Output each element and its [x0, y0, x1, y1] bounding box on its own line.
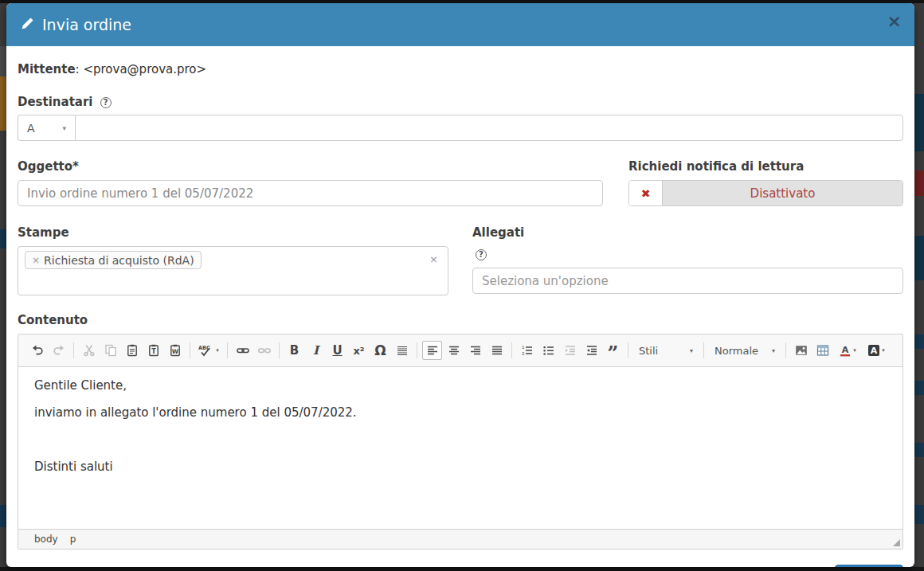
dimmed-fragment — [914, 334, 924, 349]
chevron-down-icon: ▾ — [62, 124, 66, 132]
send-button[interactable]: Invia — [835, 565, 903, 567]
bulleted-list-icon[interactable] — [538, 341, 558, 360]
chevron-down-icon: ▾ — [853, 347, 856, 354]
toolbar-separator — [227, 342, 228, 358]
underline-icon[interactable]: U — [327, 341, 347, 360]
align-right-icon[interactable] — [465, 341, 485, 360]
dimmed-fragment — [0, 46, 6, 76]
editor-content[interactable]: Gentile Cliente, inviamo in allegato l'o… — [18, 367, 902, 529]
format-dropdown[interactable]: Normale ▾ — [708, 341, 781, 360]
help-icon[interactable]: ? — [100, 97, 112, 108]
recipients-input-group: A ▾ — [18, 115, 903, 141]
chevron-down-icon: ▾ — [690, 347, 693, 354]
italic-icon[interactable]: I — [306, 341, 326, 360]
read-receipt-label: Richiedi notifica di lettura — [628, 159, 903, 174]
editor-path-bar: body p — [18, 529, 902, 549]
prints-attachments-row: Stampe × Richiesta di acquisto (RdA) × A… — [18, 225, 903, 295]
recipients-input[interactable] — [75, 115, 903, 141]
rich-text-editor: T W ABC ▾ B I U — [18, 334, 903, 549]
toolbar-separator — [628, 342, 628, 358]
modal-body: Mittente: <prova@prova.pro> Destinatari … — [6, 46, 914, 549]
paste-from-word-icon[interactable]: W — [165, 341, 185, 360]
modal-footer: Invia — [6, 549, 914, 567]
blockquote-icon[interactable]: ” — [603, 341, 623, 360]
editor-paragraph: Gentile Cliente, — [34, 378, 887, 393]
read-receipt-toggle[interactable]: ✖ Disattivato — [628, 180, 903, 206]
svg-text:2: 2 — [522, 351, 525, 356]
svg-text:A: A — [842, 345, 849, 355]
text-color-icon[interactable]: A ▾ — [834, 341, 861, 360]
ordered-list-icon[interactable]: 12 — [517, 341, 537, 360]
chevron-down-icon: ▾ — [772, 347, 775, 354]
modal-header: Invia ordine × — [6, 3, 914, 46]
paste-plain-text-icon[interactable]: T — [143, 341, 163, 360]
print-tag: × Richiesta di acquisto (RdA) — [25, 251, 202, 269]
editor-paragraph: Distinti saluti — [34, 460, 887, 475]
modal-title: Invia ordine — [21, 16, 131, 33]
toolbar-separator — [417, 342, 417, 358]
styles-dropdown[interactable]: Stili ▾ — [632, 341, 699, 360]
clear-selection-icon[interactable]: × — [429, 253, 438, 265]
align-left-icon[interactable] — [422, 341, 442, 360]
undo-icon[interactable] — [27, 341, 47, 360]
editor-paragraph: inviamo in allegato l'ordine numero 1 de… — [34, 405, 887, 420]
modal-title-text: Invia ordine — [42, 16, 131, 33]
sender-value: : <prova@prova.pro> — [76, 62, 206, 76]
special-character-icon[interactable]: Ω — [370, 341, 390, 360]
chevron-down-icon: ▾ — [216, 347, 219, 354]
dimmed-fragment — [0, 76, 6, 131]
tag-remove-icon[interactable]: × — [32, 255, 40, 266]
prints-multiselect[interactable]: × Richiesta di acquisto (RdA) × — [18, 246, 448, 295]
print-tag-label: Richiesta di acquisto (RdA) — [44, 254, 194, 267]
link-icon[interactable] — [233, 341, 253, 360]
spell-check-icon[interactable]: ABC ▾ — [195, 341, 222, 360]
insert-table-icon[interactable] — [812, 341, 832, 360]
dimmed-fragment — [0, 505, 6, 527]
attachments-select[interactable] — [472, 268, 903, 294]
toolbar-separator — [73, 342, 74, 358]
paste-icon[interactable] — [122, 341, 142, 360]
redo-icon[interactable] — [49, 341, 69, 360]
dimmed-fragment — [0, 229, 6, 248]
dimmed-right-edge — [914, 3, 924, 571]
help-icon[interactable]: ? — [476, 249, 487, 260]
svg-text:A: A — [871, 346, 878, 356]
element-path-body[interactable]: body — [34, 534, 58, 545]
editor-paragraph — [34, 432, 887, 448]
background-color-icon[interactable]: A ▾ — [863, 341, 890, 360]
subject-notification-row: Oggetto* Richiedi notifica di lettura ✖ … — [18, 159, 903, 206]
styles-dropdown-label: Stili — [639, 345, 658, 357]
attachments-label: Allegati — [472, 225, 903, 240]
resize-handle-icon[interactable] — [893, 539, 900, 546]
dimmed-fragment — [914, 505, 924, 524]
toolbar-separator — [785, 342, 786, 358]
toggle-off-icon: ✖ — [629, 181, 663, 205]
align-justify-icon[interactable] — [487, 341, 507, 360]
sender-line: Mittente: <prova@prova.pro> — [18, 62, 903, 76]
bold-icon[interactable]: B — [284, 341, 304, 360]
svg-text:1: 1 — [522, 345, 525, 350]
dimmed-fragment — [914, 170, 924, 196]
horizontal-rule-icon[interactable] — [392, 341, 412, 360]
editor-toolbar: T W ABC ▾ B I U — [18, 334, 902, 367]
dimmed-fragment — [914, 381, 924, 395]
copy-icon[interactable] — [100, 341, 120, 360]
sender-label: Mittente — [18, 62, 76, 76]
align-center-icon[interactable] — [444, 341, 464, 360]
recipients-label-row: Destinatari ? — [18, 94, 903, 109]
indent-icon[interactable] — [581, 341, 601, 360]
close-icon[interactable]: × — [887, 13, 902, 30]
recipient-type-select[interactable]: A ▾ — [18, 115, 75, 141]
outdent-icon[interactable] — [560, 341, 580, 360]
cut-icon[interactable] — [79, 341, 99, 360]
element-path-p[interactable]: p — [70, 534, 76, 545]
superscript-icon[interactable]: x² — [349, 341, 369, 360]
insert-image-icon[interactable] — [791, 341, 811, 360]
svg-text:W: W — [171, 348, 178, 355]
toolbar-separator — [511, 342, 512, 358]
recipient-type-value: A — [27, 122, 35, 135]
dimmed-bottom-edge — [0, 567, 924, 571]
subject-input[interactable] — [18, 180, 603, 206]
unlink-icon[interactable] — [254, 341, 274, 360]
prints-label: Stampe — [18, 225, 448, 240]
